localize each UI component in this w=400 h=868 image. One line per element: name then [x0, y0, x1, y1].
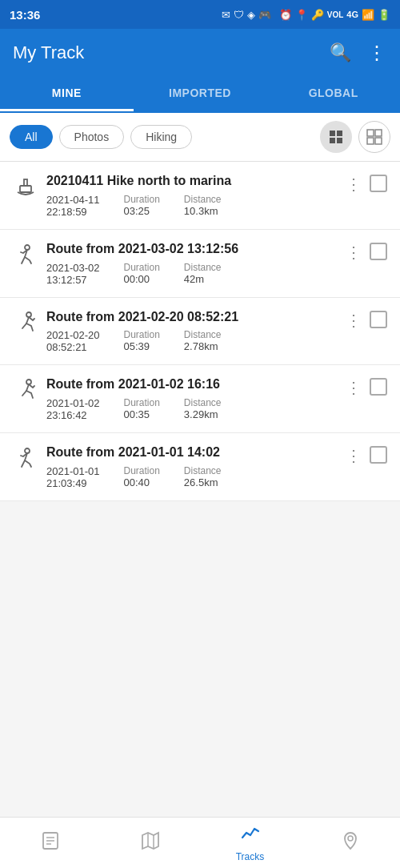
status-bar: 13:36 ✉ 🛡 ◈ 🎮 ⏰ 📍 🔑 VOL 4G 📶 🔋 [0, 0, 400, 29]
svg-rect-7 [375, 138, 382, 144]
distance-label: Distance [184, 329, 222, 340]
list-view-button[interactable] [358, 121, 390, 153]
status-time: 13:36 [10, 8, 40, 22]
search-button[interactable]: 🔍 [330, 42, 351, 63]
grid-view-button[interactable] [320, 121, 352, 153]
header-title: My Track [13, 42, 84, 63]
track-icon-walk2 [13, 446, 38, 476]
track-checkbox[interactable] [370, 243, 387, 260]
location-icon [340, 830, 361, 856]
shield-icon: 🛡 [234, 9, 244, 21]
svg-rect-6 [367, 138, 374, 144]
track-actions: ⋮ [344, 241, 387, 263]
track-date: 2021-01-01 [46, 465, 100, 477]
track-icon-boat [13, 175, 38, 204]
header-actions: 🔍 ⋮ [330, 42, 387, 64]
track-more-button[interactable]: ⋮ [344, 309, 363, 332]
track-meta-row: 2021-01-01 21:03:49 Duration 00:40 Dista… [46, 465, 336, 489]
track-more-button[interactable]: ⋮ [344, 241, 363, 263]
track-title: Route from 2021-03-02 13:12:56 [46, 241, 336, 258]
nav-map[interactable] [100, 818, 200, 868]
key-icon: 🔑 [311, 9, 324, 21]
track-content: Route from 2021-01-02 16:16 2021-01-02 2… [46, 376, 336, 421]
duration-value: 00:40 [124, 476, 160, 488]
tracks-nav-label: Tracks [236, 851, 265, 862]
track-icon-walk [13, 243, 38, 272]
track-date: 2021-02-20 [46, 329, 100, 341]
distance-label: Distance [184, 465, 222, 476]
tab-mine[interactable]: MINE [0, 77, 134, 111]
distance-label: Distance [184, 262, 222, 273]
more-menu-button[interactable]: ⋮ [367, 42, 387, 64]
duration-label: Duration [124, 329, 160, 340]
track-time: 08:52:21 [46, 341, 100, 353]
duration-label: Duration [124, 397, 160, 408]
track-item[interactable]: 20210411 Hike north to marina 2021-04-11… [0, 162, 400, 230]
distance-value: 2.78km [184, 340, 222, 352]
layers-icon: ◈ [247, 9, 255, 21]
vol-text: VOL [327, 10, 344, 19]
track-meta-row: 2021-02-20 08:52:21 Duration 05:39 Dista… [46, 329, 336, 353]
duration-label: Duration [124, 194, 160, 205]
track-icon-run2 [13, 378, 38, 408]
track-date: 2021-04-11 [46, 194, 100, 206]
distance-value: 10.3km [184, 205, 222, 217]
content-area: All Photos Hiking [0, 113, 400, 553]
main-tabs: MINE IMPORTED GLOBAL [0, 77, 400, 113]
track-meta-row: 2021-01-02 23:16:42 Duration 00:35 Dista… [46, 397, 336, 421]
filter-all-button[interactable]: All [10, 125, 53, 149]
svg-rect-1 [337, 131, 342, 136]
map-icon [140, 830, 161, 856]
svg-rect-5 [375, 130, 382, 136]
track-actions: ⋮ [344, 309, 387, 332]
location-status-icon: 📍 [295, 9, 308, 21]
app-header: My Track 🔍 ⋮ [0, 29, 400, 77]
track-more-button[interactable]: ⋮ [344, 376, 363, 399]
track-title: Route from 2021-01-01 14:02 [46, 444, 336, 461]
tab-global[interactable]: GLOBAL [266, 77, 400, 111]
duration-value: 00:35 [124, 408, 160, 420]
track-list: 20210411 Hike north to marina 2021-04-11… [0, 162, 400, 501]
track-actions: ⋮ [344, 173, 387, 195]
track-content: Route from 2021-02-20 08:52:21 2021-02-2… [46, 309, 336, 354]
filter-bar: All Photos Hiking [0, 113, 400, 162]
listgrid-icon [366, 129, 382, 145]
track-checkbox[interactable] [370, 446, 387, 464]
nav-tracks[interactable]: Tracks [200, 818, 300, 868]
track-more-button[interactable]: ⋮ [344, 444, 363, 467]
duration-value: 03:25 [124, 205, 160, 217]
svg-point-13 [25, 448, 30, 453]
duration-label: Duration [124, 262, 160, 273]
track-checkbox[interactable] [370, 175, 387, 192]
track-item[interactable]: Route from 2021-01-01 14:02 2021-01-01 2… [0, 433, 400, 501]
svg-rect-9 [24, 179, 27, 186]
track-meta-row: 2021-03-02 13:12:57 Duration 00:00 Dista… [46, 262, 336, 286]
track-checkbox[interactable] [370, 311, 387, 328]
track-time: 21:03:49 [46, 477, 100, 489]
tracks-icon [240, 823, 261, 849]
track-item[interactable]: Route from 2021-03-02 13:12:56 2021-03-0… [0, 230, 400, 298]
status-icons: ✉ 🛡 ◈ 🎮 ⏰ 📍 🔑 VOL 4G 📶 🔋 [222, 9, 390, 21]
svg-rect-3 [337, 138, 342, 143]
tab-imported[interactable]: IMPORTED [134, 77, 267, 111]
filter-photos-button[interactable]: Photos [59, 125, 125, 149]
track-meta-row: 2021-04-11 22:18:59 Duration 03:25 Dista… [46, 194, 336, 218]
track-content: Route from 2021-01-01 14:02 2021-01-01 2… [46, 444, 336, 489]
track-item[interactable]: Route from 2021-02-20 08:52:21 2021-02-2… [0, 298, 400, 366]
track-title: Route from 2021-01-02 16:16 [46, 376, 336, 393]
nav-notes[interactable] [0, 818, 100, 868]
battery-icon: 🔋 [378, 9, 390, 21]
grid-icon [329, 130, 343, 144]
track-actions: ⋮ [344, 376, 387, 399]
track-actions: ⋮ [344, 444, 387, 467]
track-time: 13:12:57 [46, 274, 100, 286]
filter-hiking-button[interactable]: Hiking [130, 125, 192, 149]
track-item[interactable]: Route from 2021-01-02 16:16 2021-01-02 2… [0, 365, 400, 433]
track-checkbox[interactable] [370, 378, 387, 396]
bottom-nav: Tracks [0, 817, 400, 868]
nav-location[interactable] [300, 818, 400, 868]
msg-icon: ✉ [222, 9, 230, 21]
track-more-button[interactable]: ⋮ [344, 173, 363, 195]
distance-label: Distance [184, 397, 222, 408]
track-icon-run [13, 311, 38, 340]
